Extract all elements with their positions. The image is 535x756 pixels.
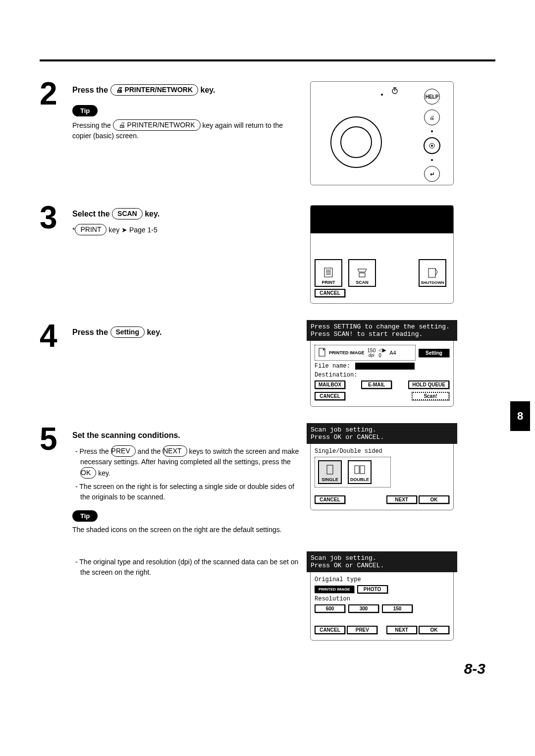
instruction-line: Press SCAN! to start reading. (311, 330, 453, 338)
double-page-icon (354, 464, 366, 476)
screen-body: Original type PRINTED IMAGE PHOTO Resolu… (311, 576, 453, 640)
scan-key: SCAN (112, 208, 143, 219)
printer-network-key-inline: 🖨 PRINTER/NETWORK (113, 119, 201, 131)
step-5a: 5 Set the scanning conditions. Press the… (40, 427, 495, 535)
list-item: The original type and resolution (dpi) o… (72, 557, 300, 578)
text: Select the (72, 210, 110, 218)
single-page-icon (325, 464, 335, 476)
shutdown-icon (426, 267, 439, 279)
holdqueue-button[interactable]: HOLD QUEUE (408, 380, 449, 389)
printer-icon: 🖨 (118, 121, 125, 129)
page-ref: Page 1-5 (129, 226, 158, 234)
step-number: 4 (40, 324, 69, 349)
section-label: Original type (315, 576, 449, 583)
text: Press the (72, 328, 108, 336)
cancel-button[interactable]: CANCEL (315, 626, 345, 634)
orientation-icon: ◁▶0 (378, 347, 386, 358)
bullet-list: Press the PREV and the NEXT keys to swit… (72, 445, 300, 502)
step-2: 2 Press the 🖨 PRINTER/NETWORK key. Tip P… (40, 81, 495, 185)
printer-network-key: 🖨 PRINTER/NETWORK (110, 84, 199, 96)
step-text: Press the Setting key. (72, 324, 310, 342)
mailbox-button[interactable]: MAILBOX (315, 380, 345, 389)
printed-image-button[interactable]: PRINTED IMAGE (315, 586, 354, 593)
led-icon (381, 94, 383, 96)
tip-body: The shaded icons on the screen on the ri… (72, 525, 300, 535)
svg-rect-5 (428, 269, 435, 277)
screen-header-blank (311, 206, 453, 233)
next-button[interactable]: NEXT (386, 495, 417, 504)
target-button-icon (424, 137, 440, 154)
photo-button[interactable]: PHOTO (357, 585, 388, 594)
printer-button-icon: 🖨 (424, 109, 440, 125)
res-300-button[interactable]: 300 (348, 604, 379, 613)
button-column: HELP 🖨 (423, 88, 441, 183)
ok-button[interactable]: OK (419, 626, 449, 634)
page-number: 8-3 (40, 660, 495, 677)
text: key (108, 226, 119, 234)
email-button[interactable]: E-MAIL (361, 380, 392, 389)
scanner-icon (356, 266, 369, 279)
filename-row: File name: (315, 363, 449, 370)
control-panel-illustration: HELP 🖨 (310, 81, 454, 185)
bottom-row: CANCEL NEXT OK (315, 495, 449, 504)
res-150-button[interactable]: 150 (382, 604, 413, 613)
label: PRINT (322, 280, 335, 285)
print-option[interactable]: PRINT (315, 259, 342, 287)
screen-type-resolution: Scan job setting. Press OK or CANCEL. Or… (310, 555, 454, 641)
text: key. (145, 210, 160, 218)
setting-button[interactable]: Setting (419, 349, 449, 357)
ok-button[interactable]: OK (419, 495, 449, 504)
screen-instructions: Scan job setting. Press OK or CANCEL. (307, 423, 457, 444)
cancel-button[interactable]: CANCEL (315, 392, 345, 400)
shutdown-option[interactable]: SHUTDOWN (419, 259, 446, 287)
cancel-button[interactable]: CANCEL (315, 289, 345, 297)
tip-badge: Tip (72, 105, 98, 116)
svg-rect-3 (324, 268, 332, 277)
list-item: The screen on the right is for selecting… (72, 482, 300, 502)
timer-icon (391, 88, 399, 96)
instruction-line: Press SETTING to change the setting. (311, 323, 453, 330)
screen-instructions: Scan job setting. Press OK or CANCEL. (307, 551, 457, 572)
bullet-list: The original type and resolution (dpi) o… (72, 557, 300, 578)
icon-row: PRINT SCAN SHUTDOWN (315, 259, 449, 287)
bottom-row: CANCEL PREV NEXT OK (315, 626, 449, 634)
text: and the (138, 447, 161, 455)
scan-option[interactable]: SCAN (348, 259, 376, 287)
cancel-button[interactable]: CANCEL (315, 495, 345, 504)
tip-body: Pressing the 🖨 PRINTER/NETWORK key again… (72, 119, 300, 141)
page-icon (318, 347, 326, 358)
option-group: SINGLE DOUBLE (315, 457, 391, 487)
scan-info-box: PRINTED IMAGE 150 dpi ◁▶0 A4 (315, 345, 416, 361)
step-5b: The original type and resolution (dpi) o… (40, 555, 495, 641)
svg-rect-9 (360, 466, 365, 474)
label: SINGLE (321, 477, 338, 482)
svg-rect-4 (359, 273, 365, 277)
screen-print-scan: PRINT SCAN SHUTDOWN CANCEL (310, 205, 454, 304)
step-number: 3 (40, 205, 69, 230)
label: DOUBLE (350, 477, 369, 482)
screen-spacer (311, 233, 453, 257)
single-option[interactable]: SINGLE (318, 460, 342, 484)
text: key. (98, 469, 110, 477)
help-button-icon: HELP (424, 89, 440, 105)
bottom-row: CANCEL Scan! (315, 392, 449, 400)
list-item: Press the PREV and the NEXT keys to swit… (72, 445, 300, 479)
key-label: PRINTER/NETWORK (127, 121, 195, 129)
text: key. (147, 328, 161, 336)
prev-button[interactable]: PREV (347, 626, 377, 634)
scan-button[interactable]: Scan! (412, 392, 449, 400)
dial-icon (330, 116, 382, 168)
res-600-button[interactable]: 600 (315, 604, 345, 613)
tip-badge: Tip (72, 510, 98, 522)
enter-button-icon (424, 166, 440, 182)
step-text: Press the 🖨 PRINTER/NETWORK key. Tip Pre… (72, 81, 310, 141)
svg-point-2 (431, 145, 433, 147)
double-option[interactable]: DOUBLE (348, 460, 372, 484)
filename-input[interactable] (355, 363, 415, 370)
printer-icon: 🖨 (116, 86, 123, 94)
info-type: PRINTED IMAGE (329, 350, 365, 355)
next-button[interactable]: NEXT (386, 626, 417, 634)
dpi-unit: dpi (368, 353, 376, 358)
screen-body: PRINT SCAN SHUTDOWN CANCEL (311, 259, 453, 303)
next-key: NEXT (162, 445, 187, 457)
